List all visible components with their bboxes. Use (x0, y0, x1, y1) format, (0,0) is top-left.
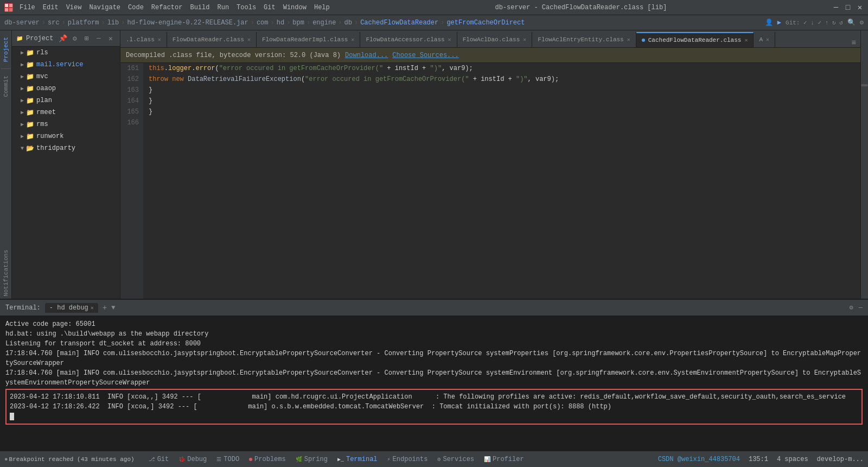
window-controls[interactable]: ─ □ ✕ (832, 4, 864, 11)
panel-expand-button[interactable]: ⊞ (82, 34, 92, 43)
panel-settings-button[interactable]: ⚙ (70, 34, 80, 43)
notifications-tab[interactable]: Notifications (2, 248, 10, 299)
tab-close-button[interactable]: ✕ (523, 36, 526, 43)
tree-item-mail-service[interactable]: ▶ 📁 mail.service (12, 59, 120, 71)
download-link[interactable]: Download... (345, 52, 388, 59)
panel-title: Project (26, 35, 55, 42)
tab-close-button[interactable]: ✕ (448, 36, 451, 43)
menu-run[interactable]: Run (217, 4, 229, 11)
terminal-tab-close[interactable]: ✕ (91, 305, 94, 311)
tab-list-button[interactable]: ≡ (852, 39, 856, 47)
bottom-terminal[interactable]: ▶_ Terminal (333, 455, 382, 464)
breadcrumb-platform[interactable]: platform (68, 19, 99, 27)
menu-file[interactable]: File (20, 4, 35, 11)
bottom-right: CSDN @weixin_44835704 135:1 4 spaces dev… (658, 456, 864, 463)
tree-item-mvc[interactable]: ▶ 📁 mvc (12, 71, 120, 83)
debug-icon: 🐞 (178, 456, 185, 463)
tab-close-button[interactable]: ✕ (351, 36, 354, 43)
tab-flowdataaccessor[interactable]: FlowDataAccessor.class ✕ (360, 32, 457, 47)
menu-refactor[interactable]: Refactor (151, 4, 183, 11)
tab-flowaclaentryentity[interactable]: FlowAclEntryEntity.class ✕ (532, 32, 636, 47)
project-tab[interactable]: Project (2, 35, 10, 64)
menu-help[interactable]: Help (314, 4, 330, 11)
tab-flowdatareader[interactable]: FlowDataReader.class ✕ (167, 32, 257, 47)
search-icon[interactable]: 🔍 (847, 18, 856, 27)
line-num-165: 165 (125, 106, 139, 117)
terminal-body[interactable]: Active code page: 65001 hd.bat: using .\… (0, 316, 868, 451)
settings-icon[interactable]: ⚙ (860, 18, 864, 27)
tab-flowdatareaderimpl[interactable]: FlowDataReaderImpl.class ✕ (257, 32, 360, 47)
tab-close-button[interactable]: ✕ (158, 36, 161, 43)
panel-pin-button[interactable]: 📌 (58, 34, 68, 43)
code-content[interactable]: this.logger.error("error occured in getF… (143, 63, 860, 299)
tab-close-button[interactable]: ✕ (247, 36, 251, 43)
maximize-button[interactable]: □ (844, 4, 852, 11)
close-button[interactable]: ✕ (856, 4, 864, 11)
terminal-add-button[interactable]: + (103, 304, 107, 312)
folder-icon: 📁 (26, 97, 34, 105)
tab-cachedflowdatareader[interactable]: CachedFlowDataReader.class ✕ (636, 32, 754, 47)
breadcrumb-class[interactable]: CachedFlowDataReader (360, 19, 438, 27)
breadcrumb-method[interactable]: getFromCacheOrDirect (446, 19, 525, 27)
scrollbar-thumb[interactable] (861, 84, 868, 86)
bottom-problems[interactable]: Problems (245, 455, 290, 464)
breadcrumb-db-server[interactable]: db-server (4, 19, 40, 27)
breadcrumb-lib[interactable]: lib (107, 19, 119, 27)
menu-git[interactable]: Git (264, 4, 276, 11)
terminal-settings-icon[interactable]: ⚙ (850, 304, 853, 312)
line-num-163: 163 (125, 85, 139, 96)
bottom-profiler[interactable]: 📊 Profiler (480, 455, 528, 464)
menu-window[interactable]: Window (283, 4, 307, 11)
profile-icon[interactable]: 👤 (765, 18, 773, 27)
tab-flowacldao[interactable]: FlowAclDao.class ✕ (457, 32, 533, 47)
tree-item-rms[interactable]: ▶ 📁 rms (12, 118, 120, 130)
breadcrumb-engine-db[interactable]: db (344, 19, 352, 27)
tree-item-rmeet[interactable]: ▶ 📁 rmeet (12, 106, 120, 118)
menu-build[interactable]: Build (190, 4, 209, 11)
tab-label: .l.class (126, 36, 155, 43)
menu-bar[interactable]: File Edit View Navigate Code Refactor Bu… (20, 4, 330, 11)
terminal-highlight-line-1: 2023-04-12 17:18:10.811 INFO [xcoa,,] 34… (10, 392, 858, 402)
tab-lclass[interactable]: .l.class ✕ (120, 32, 167, 47)
breadcrumb-src[interactable]: src (48, 19, 60, 27)
commit-tab[interactable]: Commit (2, 73, 10, 99)
terminal-section: Terminal: - hd debug ✕ + ▼ ⚙ — Active co… (0, 299, 868, 451)
run-icon[interactable]: ▶ (777, 18, 781, 27)
bottom-endpoints[interactable]: ⚡ Endpoints (383, 455, 432, 464)
tab-a[interactable]: A ✕ (754, 32, 775, 47)
breadcrumb-bar: db-server › src › platform › lib › hd-fl… (0, 15, 868, 30)
choose-sources-link[interactable]: Choose Sources... (392, 52, 458, 59)
bottom-todo[interactable]: ☰ TODO (212, 455, 244, 464)
menu-navigate[interactable]: Navigate (89, 4, 120, 11)
menu-code[interactable]: Code (128, 4, 144, 11)
tree-label: rmeet (36, 109, 56, 116)
breadcrumb-bpm[interactable]: bpm (292, 19, 304, 27)
breadcrumb-hd[interactable]: hd (277, 19, 284, 27)
bottom-spring[interactable]: 🌿 Spring (291, 455, 332, 464)
tree-item-oaaop[interactable]: ▶ 📁 oaaop (12, 83, 120, 94)
panel-close-button[interactable]: ✕ (106, 34, 116, 43)
tree-item-plan[interactable]: ▶ 📁 plan (12, 94, 120, 106)
terminal-active-tab[interactable]: - hd debug ✕ (45, 303, 98, 313)
tree-item-rls[interactable]: ▶ 📁 rls (12, 47, 120, 59)
terminal-minimize-icon[interactable]: — (859, 304, 863, 312)
tab-close-button[interactable]: ✕ (744, 37, 748, 43)
bottom-debug[interactable]: 🐞 Debug (174, 455, 211, 464)
panel-collapse-button[interactable]: — (94, 34, 104, 43)
tab-close-button[interactable]: ✕ (627, 36, 630, 43)
minimize-button[interactable]: ─ (832, 4, 840, 11)
menu-view[interactable]: View (66, 4, 82, 11)
tree-item-thridparty[interactable]: ▼ 📂 thridparty (12, 142, 120, 154)
decompiled-notice: Decompiled .class file, bytecode version… (120, 48, 860, 63)
terminal-dropdown-button[interactable]: ▼ (111, 304, 115, 312)
bottom-git[interactable]: ⎇ Git (144, 455, 174, 464)
breadcrumb-com[interactable]: com (257, 19, 269, 27)
tab-close-button[interactable]: ✕ (766, 36, 769, 43)
menu-edit[interactable]: Edit (43, 4, 59, 11)
tree-item-runwork[interactable]: ▶ 📁 runwork (12, 130, 120, 142)
menu-tools[interactable]: Tools (237, 4, 256, 11)
bottom-services[interactable]: ⚙ Services (433, 455, 478, 464)
code-editor[interactable]: 161 162 163 164 165 166 this.logger.erro… (120, 63, 860, 299)
breadcrumb-engine[interactable]: engine (312, 19, 336, 27)
breadcrumb-jar[interactable]: hd-flow-engine-0.22-RELEASE.jar (127, 19, 248, 27)
